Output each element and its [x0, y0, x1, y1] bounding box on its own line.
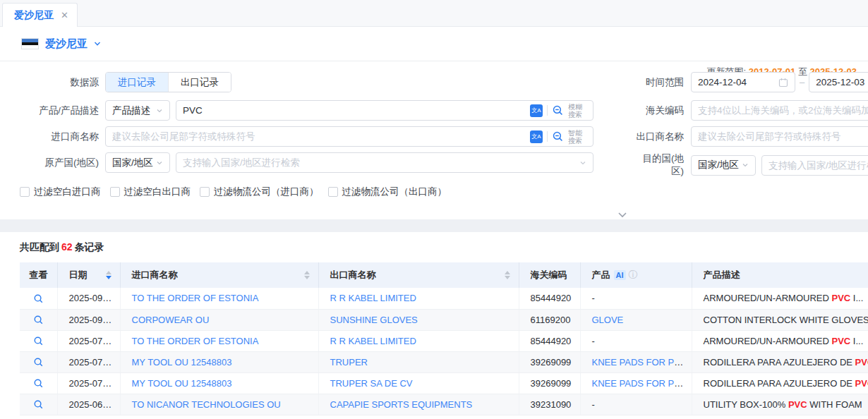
hs-code-field[interactable] [691, 100, 868, 121]
col-importer[interactable]: 进口商名称 [120, 262, 318, 288]
filter-checkbox[interactable]: 过滤物流公司（进口商） [200, 186, 319, 198]
view-record-button[interactable] [33, 315, 44, 325]
cell-description: UTILITY BOX-100% PVC WITH FOAM [692, 394, 868, 415]
exporter-input[interactable] [698, 131, 868, 142]
checkbox-icon[interactable] [328, 187, 338, 197]
origin-country-input[interactable] [183, 157, 579, 168]
search-mode-label[interactable]: 智能搜索 [568, 129, 586, 145]
importer-link[interactable]: MY TOOL OU 12548803 [132, 357, 232, 368]
destination-country-field[interactable] [761, 155, 868, 176]
close-icon[interactable]: ✕ [61, 10, 68, 20]
product-link[interactable]: GLOVE [592, 315, 624, 325]
data-source-label: 数据源 [20, 76, 99, 89]
view-record-button[interactable] [33, 357, 44, 368]
exporter-label: 出口商名称 [630, 130, 684, 143]
view-record-button[interactable] [33, 378, 44, 389]
exporter-link[interactable]: R R KABEL LIMITED [330, 336, 416, 346]
cell-description: RODILLERA PARA AZULEJERO DE PVC [692, 372, 868, 394]
exporter-field[interactable] [691, 126, 868, 147]
origin-select[interactable]: 国家/地区 [105, 152, 170, 173]
col-view: 查看 [20, 262, 57, 288]
view-record-button[interactable] [33, 293, 44, 304]
summary-suffix: 条记录 [75, 241, 104, 253]
view-record-button[interactable] [33, 399, 44, 410]
date-start-input[interactable] [698, 77, 778, 87]
product-search-input[interactable] [183, 105, 530, 116]
importer-link[interactable]: TO NICANOR TECHNOLOGIES OU [132, 399, 281, 410]
checkbox-label: 过滤物流公司（进口商） [214, 186, 319, 198]
importer-link[interactable]: MY TOOL OU 12548803 [132, 378, 232, 389]
importer-input[interactable] [112, 131, 530, 142]
tab-export-records[interactable]: 出口记录 [168, 73, 231, 92]
cell-hs-code: 85444920 [519, 330, 580, 351]
col-description: 产品描述 [692, 262, 868, 288]
hs-code-label: 海关编码 [630, 104, 684, 117]
country-name[interactable]: 爱沙尼亚 [45, 37, 88, 51]
checkbox-label: 过滤物流公司（出口商） [342, 186, 447, 198]
sort-control-date[interactable] [106, 271, 114, 279]
tab-title: 爱沙尼亚 [14, 9, 54, 22]
country-header: 爱沙尼亚 [0, 27, 868, 61]
importer-field[interactable]: 文A 智能搜索 [105, 126, 593, 147]
cell-hs-code: 39269099 [519, 351, 580, 372]
search-mode-label[interactable]: 模糊搜索 [568, 103, 586, 119]
product-link[interactable]: KNEE PADS FOR PVC T... [592, 357, 692, 368]
filter-checkbox[interactable]: 过滤物流公司（出口商） [328, 186, 447, 198]
product-search-field[interactable]: 文A 模糊搜索 [176, 100, 593, 121]
cell-product: KNEE PADS FOR PVC T... [580, 372, 692, 394]
exporter-link[interactable]: R R KABEL LIMITED [330, 293, 416, 303]
cell-product: KNEE PADS FOR PVC T... [580, 351, 692, 372]
divider [547, 131, 548, 142]
translate-icon[interactable]: 文A [530, 104, 543, 117]
col-description-label: 产品描述 [704, 269, 740, 280]
table-row: 2025-06-26 TO NICANOR TECHNOLOGIES OU CA… [20, 394, 868, 415]
chevron-down-icon [156, 107, 163, 114]
importer-link[interactable]: CORPOWEAR OU [132, 315, 210, 325]
trade-data-page: 爱沙尼亚 ✕ 爱沙尼亚 更新范围: 2012-07-01 至 2025-12-0… [0, 0, 868, 419]
checkbox-icon[interactable] [200, 187, 210, 197]
destination-label: 目的国(地区) [630, 152, 684, 178]
date-end-input[interactable] [816, 77, 868, 87]
sort-control-importer[interactable] [304, 271, 313, 279]
collapse-panel-handle[interactable] [594, 210, 651, 219]
tab-import-records[interactable]: 进口记录 [106, 73, 168, 92]
fuzzy-search-icon[interactable] [552, 104, 564, 116]
destination-select[interactable]: 国家/地区 [691, 155, 756, 176]
hs-code-input[interactable] [698, 105, 868, 116]
checkbox-icon[interactable] [20, 187, 30, 197]
exporter-link[interactable]: CAPAPIE SPORTS EQUIPMENTS [330, 399, 473, 410]
sort-control-exporter[interactable] [505, 271, 513, 279]
checkbox-icon[interactable] [110, 187, 120, 197]
cell-description: RODILLERA PARA AZULEJERO DE PVC [692, 351, 868, 372]
date-end-field[interactable] [809, 72, 868, 92]
cell-product: - [580, 394, 692, 415]
view-record-button[interactable] [33, 336, 44, 346]
match-count: 62 [59, 241, 75, 253]
origin-country-field[interactable] [176, 152, 593, 173]
cell-product: GLOVE [580, 309, 692, 330]
exporter-link[interactable]: TRUPER [330, 357, 368, 368]
product-link[interactable]: KNEE PADS FOR PVC T... [592, 378, 692, 389]
smart-search-icon[interactable] [552, 130, 564, 142]
importer-link[interactable]: TO THE ORDER OF ESTONIA [132, 293, 259, 303]
filter-checkbox-row: 过滤空白进口商 过滤空白出口商 过滤物流公司（进口商） 过滤物流公司（出口商） [20, 186, 447, 198]
col-exporter[interactable]: 出口商名称 [318, 262, 519, 288]
col-date[interactable]: 日期 [57, 262, 120, 288]
exporter-link[interactable]: TRUPER SA DE CV [330, 378, 413, 389]
filter-checkbox[interactable]: 过滤空白出口商 [110, 186, 191, 198]
cell-product: - [580, 330, 692, 351]
translate-icon[interactable]: 文A [530, 130, 543, 143]
chevron-down-icon[interactable] [94, 40, 101, 47]
info-icon[interactable]: ⓘ [629, 269, 638, 280]
date-start-field[interactable] [691, 72, 795, 92]
filter-checkbox[interactable]: 过滤空白进口商 [20, 186, 101, 198]
product-type-select[interactable]: 产品描述 [105, 100, 170, 121]
exporter-link[interactable]: SUNSHINE GLOVES [330, 315, 418, 325]
destination-country-input[interactable] [768, 160, 868, 171]
table-row: 2025-07-10 MY TOOL OU 12548803 TRUPER SA… [20, 372, 868, 394]
origin-label: 原产国(地区) [20, 157, 99, 169]
col-product-label: 产品 [592, 269, 610, 280]
importer-link[interactable]: TO THE ORDER OF ESTONIA [132, 336, 259, 346]
magnifier-icon [33, 357, 44, 368]
tab-estonia[interactable]: 爱沙尼亚 ✕ [2, 3, 78, 27]
